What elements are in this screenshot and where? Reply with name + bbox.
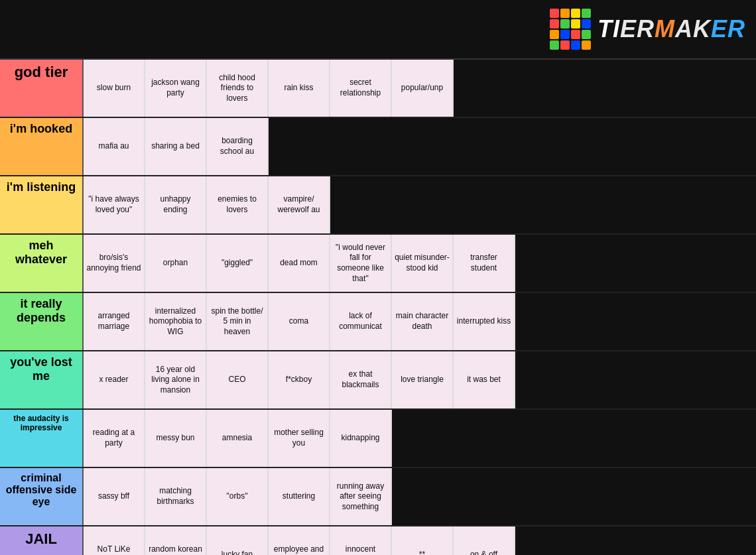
tier-row-im-listening: i'm listening"i have always loved you"un… <box>0 176 756 235</box>
tier-empty-fill <box>515 351 756 408</box>
tier-item[interactable]: vampire/ werewolf au <box>269 176 330 233</box>
tier-empty-fill <box>330 176 756 233</box>
tier-empty-fill <box>392 468 756 525</box>
tier-row-criminal: criminal offensive side eyesassy bffmatc… <box>0 468 756 526</box>
tier-label-audacity: the audacity is impressive <box>0 410 84 467</box>
tier-items-im-listening: "i have always loved you"unhappy endinge… <box>84 176 756 233</box>
tier-empty-fill <box>515 235 756 292</box>
tier-item[interactable]: enemies to lovers <box>207 176 269 233</box>
tier-items-jail: NoT LiKe oThEr GiRLsrandom korean wordsl… <box>84 526 756 555</box>
tier-item[interactable]: matching birthmarks <box>145 468 207 525</box>
tier-item[interactable]: NoT LiKe oThEr GiRLs <box>84 526 145 555</box>
tier-item[interactable]: reading at a party <box>84 410 145 467</box>
tier-empty-fill <box>392 410 756 467</box>
tier-item[interactable]: employee and CEO <box>269 526 330 555</box>
tier-item[interactable]: "i would never fall for someone like tha… <box>330 235 392 292</box>
tier-item[interactable]: CEO <box>207 351 269 408</box>
tier-items-youve-lost-me: x reader16 year old living alone in mans… <box>84 351 756 408</box>
tier-items-meh-whatever: bro/sis's annoying friendorphan"giggled"… <box>84 235 756 292</box>
tier-item[interactable]: love triangle <box>392 351 454 408</box>
tier-label-really-depends: it really depends <box>0 293 84 350</box>
tier-empty-fill <box>269 118 756 175</box>
tier-label-meh-whatever: meh whatever <box>0 235 84 292</box>
tier-row-god-tier: god tierslow burnjackson wang partychild… <box>0 60 756 118</box>
tier-item[interactable]: "giggled" <box>207 235 269 292</box>
tier-item[interactable]: bro/sis's annoying friend <box>84 235 145 292</box>
tier-item[interactable]: amnesia <box>207 410 269 467</box>
tier-item[interactable]: child hood friends to lovers <box>207 60 269 117</box>
tier-item[interactable]: innocent character <box>330 526 392 555</box>
tier-item[interactable]: interrupted kiss <box>454 293 515 350</box>
tier-item[interactable]: coma <box>269 293 330 350</box>
tier-item[interactable]: random korean words <box>145 526 207 555</box>
tier-item[interactable]: arranged marriage <box>84 293 145 350</box>
tier-item[interactable]: quiet misunder- stood kid <box>392 235 454 292</box>
tier-item[interactable]: popular/unp <box>392 60 454 117</box>
tier-item[interactable]: kidnapping <box>330 410 392 467</box>
tier-row-im-hooked: i'm hookedmafia ausharing a bedboarding … <box>0 118 756 176</box>
tier-item[interactable]: main character death <box>392 293 454 350</box>
tier-item[interactable]: transfer student <box>454 235 515 292</box>
tier-item[interactable]: it was bet <box>454 351 515 408</box>
tier-item[interactable]: boarding school au <box>207 118 269 175</box>
tier-items-god-tier: slow burnjackson wang partychild hood fr… <box>84 60 756 117</box>
tier-items-criminal: sassy bffmatching birthmarks"orbs"stutte… <box>84 468 756 525</box>
tier-item[interactable]: slow burn <box>84 60 145 117</box>
tier-item[interactable]: spin the bottle/ 5 min in heaven <box>207 293 269 350</box>
tier-row-really-depends: it really dependsarranged marriageintern… <box>0 293 756 351</box>
tier-label-im-hooked: i'm hooked <box>0 118 84 175</box>
tier-item[interactable]: ** <box>392 526 454 555</box>
tier-empty-fill <box>515 293 756 350</box>
tier-item[interactable]: unhappy ending <box>145 176 207 233</box>
tier-item[interactable]: running away after seeing something <box>330 468 392 525</box>
tier-item[interactable]: stuttering <box>269 468 330 525</box>
tier-label-god-tier: god tier <box>0 60 84 117</box>
tier-label-youve-lost-me: you've lost me <box>0 351 84 408</box>
tier-item[interactable]: x reader <box>84 351 145 408</box>
tier-item[interactable]: secret relationship <box>330 60 392 117</box>
tier-row-youve-lost-me: you've lost mex reader16 year old living… <box>0 351 756 410</box>
tier-row-jail: JAILNoT LiKe oThEr GiRLsrandom korean wo… <box>0 526 756 555</box>
tier-item[interactable]: orphan <box>145 235 207 292</box>
tier-item[interactable]: messy bun <box>145 410 207 467</box>
header-logo: TiERMAKER <box>570 0 756 58</box>
tier-label-criminal: criminal offensive side eye <box>0 468 84 525</box>
tier-item[interactable]: "orbs" <box>207 468 269 525</box>
tier-item[interactable]: "i have always loved you" <box>84 176 145 233</box>
tier-item[interactable]: internalized homophobia to WIG <box>145 293 207 350</box>
logo-text: TiERMAKER <box>598 15 745 43</box>
tier-items-audacity: reading at a partymessy bunamnesiamother… <box>84 410 756 467</box>
tier-label-jail: JAIL <box>0 526 84 555</box>
tier-empty-fill <box>454 60 756 117</box>
tier-item[interactable]: f*ckboy <box>269 351 330 408</box>
tier-row-meh-whatever: meh whateverbro/sis's annoying friendorp… <box>0 235 756 293</box>
tier-item[interactable]: on & off <box>454 526 515 555</box>
tier-item[interactable]: ex that blackmails <box>330 351 392 408</box>
tier-item[interactable]: sharing a bed <box>145 118 207 175</box>
tier-item[interactable]: lucky fan <box>207 526 269 555</box>
tier-items-im-hooked: mafia ausharing a bedboarding school au <box>84 118 756 175</box>
tier-row-audacity: the audacity is impressivereading at a p… <box>0 410 756 468</box>
tier-item[interactable]: mafia au <box>84 118 145 175</box>
tier-label-im-listening: i'm listening <box>0 176 84 233</box>
tier-item[interactable]: lack of communicat <box>330 293 392 350</box>
tier-item[interactable]: 16 year old living alone in mansion <box>145 351 207 408</box>
tier-item[interactable]: sassy bff <box>84 468 145 525</box>
tier-empty-fill <box>515 526 756 555</box>
tier-item[interactable]: mother selling you <box>269 410 330 467</box>
tier-item[interactable]: dead mom <box>269 235 330 292</box>
tier-item[interactable]: rain kiss <box>269 60 330 117</box>
tier-items-really-depends: arranged marriageinternalized homophobia… <box>84 293 756 350</box>
tier-item[interactable]: jackson wang party <box>145 60 207 117</box>
